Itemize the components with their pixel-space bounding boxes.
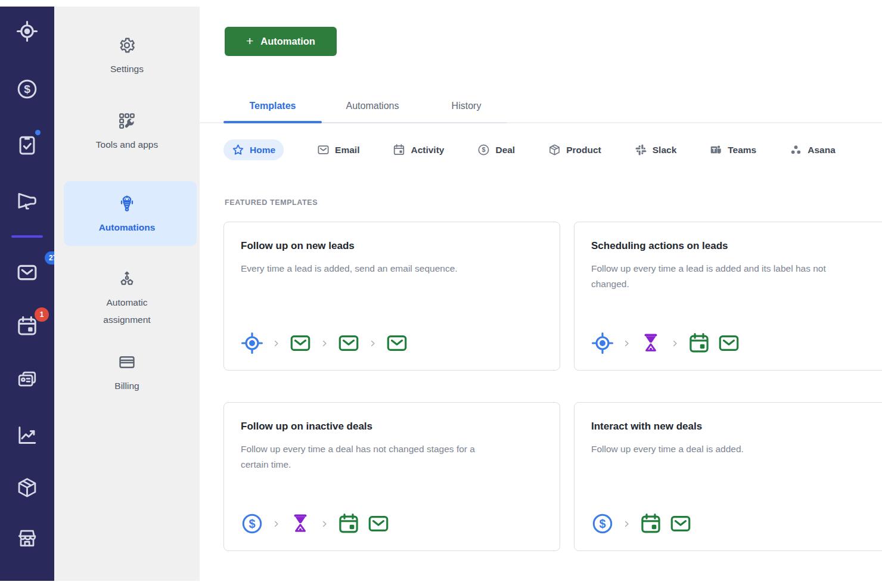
teams-icon: [710, 144, 722, 156]
sidebar-item-label: Automations: [60, 219, 194, 237]
tools-icon: [118, 112, 136, 130]
filter-chip-activity[interactable]: Activity: [393, 144, 444, 156]
add-automation-button[interactable]: + Automation: [225, 27, 337, 56]
chevron-right-icon: [622, 519, 631, 528]
left-rail: $271: [0, 7, 54, 581]
template-card[interactable]: Interact with new dealsFollow up every t…: [574, 402, 882, 551]
chevron-right-icon: [272, 339, 281, 348]
filter-chip-label: Product: [566, 145, 601, 155]
deal-step-icon: $: [241, 512, 263, 535]
filter-chip-home[interactable]: Home: [223, 139, 284, 160]
products-icon: [16, 477, 38, 499]
sidebar-item-settings[interactable]: Settings: [60, 36, 194, 78]
card-title: Follow up on new leads: [241, 240, 543, 252]
filter-chip-teams[interactable]: Teams: [710, 144, 756, 156]
svg-text:$: $: [24, 83, 30, 95]
leads-icon: [16, 20, 38, 42]
active-tab-underline: [223, 121, 322, 123]
tasks-icon: [16, 134, 38, 156]
settings-sidebar: SettingsTools and appsAutomationsAutomat…: [54, 7, 200, 581]
plus-icon: +: [246, 34, 253, 48]
rail-item-products[interactable]: [16, 477, 38, 499]
sidebar-item-billing[interactable]: Billing: [60, 353, 194, 395]
card-description: Follow up every time a deal is added.: [591, 441, 830, 457]
svg-text:$: $: [249, 517, 255, 530]
rail-item-contacts[interactable]: [16, 369, 38, 391]
template-card[interactable]: Follow up on inactive dealsFollow up eve…: [223, 402, 560, 551]
wait-step-icon: [639, 332, 662, 354]
chevron-right-icon: [670, 339, 679, 348]
chevron-right-icon: [622, 339, 631, 348]
rail-item-mail[interactable]: 27: [16, 262, 38, 284]
deals-icon: $: [16, 78, 38, 100]
sidebar-item-label: Settings: [60, 61, 194, 78]
calendar-step-icon: [688, 332, 710, 354]
filter-chip-email[interactable]: Email: [317, 144, 359, 156]
mail-icon: [317, 144, 330, 156]
robot-icon: [118, 195, 136, 213]
sidebar-item-tools-and-apps[interactable]: Tools and apps: [60, 112, 194, 154]
template-card[interactable]: Follow up on new leadsEvery time a lead …: [223, 222, 560, 371]
automation-flow-preview: [591, 332, 882, 354]
mail-step-icon: [718, 332, 740, 354]
svg-text:$: $: [599, 517, 605, 530]
assignment-icon: [118, 270, 136, 288]
chevron-right-icon: [272, 519, 281, 528]
sidebar-item-automations[interactable]: Automations: [60, 195, 194, 237]
automation-flow-preview: $: [241, 512, 543, 535]
automation-flow-preview: $: [591, 512, 882, 535]
calendar-icon: [16, 315, 38, 337]
template-card-grid: Follow up on new leadsEvery time a lead …: [223, 222, 882, 551]
sidebar-item-label: Automatic assignment: [82, 294, 172, 328]
mail-step-icon: [337, 332, 360, 354]
automation-flow-preview: [241, 332, 543, 354]
filter-chip-label: Slack: [653, 145, 677, 155]
filter-chip-label: Activity: [411, 145, 444, 155]
rail-item-insights[interactable]: [16, 424, 38, 446]
calendar-step-icon: [639, 512, 662, 535]
filter-chip-product[interactable]: Product: [548, 144, 601, 156]
sidebar-item-automatic-assignment[interactable]: Automatic assignment: [60, 270, 194, 328]
rail-item-marketplace[interactable]: [16, 527, 38, 549]
insights-icon: [16, 424, 38, 446]
tab-templates[interactable]: Templates: [223, 90, 322, 122]
rail-item-campaigns[interactable]: [16, 190, 38, 212]
card-description: Every time a lead is added, send an emai…: [241, 261, 479, 276]
rail-item-deals[interactable]: $: [16, 78, 38, 100]
sidebar-item-label: Tools and apps: [60, 136, 194, 154]
slack-icon: [635, 144, 647, 156]
rail-item-calendar[interactable]: 1: [16, 315, 38, 337]
filter-chip-label: Email: [335, 145, 359, 155]
chevron-right-icon: [320, 339, 329, 348]
card-title: Interact with new deals: [591, 421, 882, 433]
filter-chip-asana[interactable]: Asana: [790, 144, 836, 156]
filter-chip-label: Deal: [495, 145, 515, 155]
calendar-count-badge: 1: [35, 307, 49, 322]
filter-chip-deal[interactable]: $Deal: [477, 144, 515, 156]
tab-automations[interactable]: Automations: [322, 90, 423, 122]
mail-step-icon: [669, 512, 692, 535]
rail-item-leads[interactable]: [16, 20, 38, 42]
rail-item-tasks[interactable]: [16, 134, 38, 156]
deals-icon: $: [477, 144, 490, 156]
calendar-step-icon: [337, 512, 360, 535]
contacts-icon: [16, 369, 38, 391]
notification-dot: [35, 130, 41, 135]
mail-step-icon: [386, 332, 408, 354]
mail-step-icon: [367, 512, 390, 535]
section-heading: FEATURED TEMPLATES: [225, 198, 318, 207]
filter-chip-slack[interactable]: Slack: [635, 144, 677, 156]
filter-chip-label: Teams: [728, 145, 756, 155]
tab-history[interactable]: History: [423, 90, 510, 122]
main-content: + Automation TemplatesAutomationsHistory…: [200, 7, 882, 581]
filter-chip-label: Asana: [808, 145, 836, 155]
tab-bar: TemplatesAutomationsHistory: [223, 90, 510, 122]
template-filter-bar: HomeEmailActivity$DealProductSlackTeamsA…: [223, 139, 836, 160]
products-icon: [548, 144, 561, 156]
billing-icon: [118, 353, 136, 371]
svg-text:$: $: [482, 146, 486, 153]
filter-chip-label: Home: [250, 145, 275, 155]
rail-divider: [11, 235, 43, 238]
template-card[interactable]: Scheduling actions on leadsFollow up eve…: [574, 222, 882, 371]
marketplace-icon: [16, 527, 38, 549]
